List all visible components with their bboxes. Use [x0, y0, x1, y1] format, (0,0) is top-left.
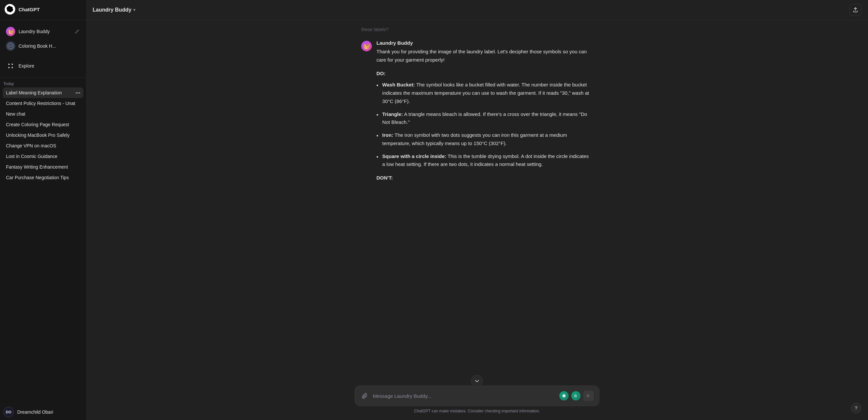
chat-item-change-vpn[interactable]: Change VPN on macOS	[3, 140, 83, 151]
intro-paragraph: Thank you for providing the image of the…	[376, 48, 593, 64]
svg-text:G: G	[574, 394, 577, 398]
ai-message-text: Thank you for providing the image of the…	[376, 48, 593, 182]
g-button[interactable]: G	[571, 391, 581, 400]
disclaimer-text: ChatGPT can make mistakes. Consider chec…	[414, 409, 540, 413]
main-content: Laundry Buddy ▾ these labels? 🧺 Laundry …	[86, 0, 868, 420]
ai-name: Laundry Buddy	[376, 40, 593, 46]
svg-point-2	[11, 64, 13, 65]
ai-message: 🧺 Laundry Buddy Thank you for providing …	[361, 40, 593, 186]
chat-item-label: Change VPN on macOS	[6, 143, 80, 148]
chat-list: Label Meaning Explanation Content Policy…	[0, 87, 86, 404]
sidebar-item-laundry-buddy[interactable]: 🧺 Laundry Buddy	[3, 24, 83, 39]
sidebar-item-explore[interactable]: Explore	[3, 59, 83, 73]
faded-top-text: these labels?	[361, 27, 593, 32]
do-item-1: • Wash Bucket: The symbol looks like a b…	[376, 81, 593, 105]
chat-title-text: Laundry Buddy	[93, 7, 131, 13]
scroll-down-button[interactable]	[471, 375, 483, 387]
ai-avatar: 🧺	[361, 41, 372, 51]
chat-item-content-policy[interactable]: Content Policy Restrictions - Unat	[3, 98, 83, 109]
sidebar: ChatGPT 🧺 Laundry Buddy Coloring Book H	[0, 0, 86, 420]
chat-item-label: Car Purchase Negotiation Tips	[6, 175, 80, 180]
chat-item-label: Fantasy Writing Enhancement	[6, 164, 80, 170]
do-item-3-text: Iron: The iron symbol with two dots sugg…	[382, 131, 593, 148]
ai-avatar-emoji: 🧺	[363, 43, 370, 49]
do-list: • Wash Bucket: The symbol looks like a b…	[376, 81, 593, 169]
user-avatar: DO	[3, 407, 14, 417]
chat-item-label: Label Meaning Explanation	[6, 90, 76, 95]
do-item-4: • Square with a circle inside: This is t…	[376, 152, 593, 169]
chatgpt-logo	[5, 4, 15, 15]
sidebar-header: ChatGPT	[0, 0, 86, 19]
dont-section-header: DON'T:	[376, 174, 593, 182]
user-name: Dreamchild Obari	[17, 410, 53, 415]
topbar-title[interactable]: Laundry Buddy ▾	[93, 7, 135, 13]
ai-message-body: Laundry Buddy Thank you for providing th…	[376, 40, 593, 186]
chat-item-lost-cosmic[interactable]: Lost in Cosmic Guidance	[3, 151, 83, 162]
sidebar-laundry-label: Laundry Buddy	[19, 29, 71, 34]
user-initials: DO	[6, 410, 11, 414]
chat-item-more[interactable]	[76, 92, 80, 93]
topbar: Laundry Buddy ▾	[86, 0, 868, 20]
svg-point-5	[562, 394, 566, 397]
sidebar-pinned-section: 🧺 Laundry Buddy Coloring Book H...	[0, 22, 86, 56]
sidebar-item-coloring-book[interactable]: Coloring Book H...	[3, 39, 83, 53]
do-item-2-text: Triangle: A triangle means bleach is all…	[382, 110, 593, 127]
share-button[interactable]	[849, 4, 861, 16]
user-footer[interactable]: DO Dreamchild Obari	[0, 404, 86, 420]
help-button[interactable]: ?	[851, 403, 861, 413]
chat-item-label: Content Policy Restrictions - Unat	[6, 101, 80, 106]
app-title: ChatGPT	[19, 7, 82, 12]
input-actions: G	[559, 391, 594, 401]
do-item-4-text: Square with a circle inside: This is the…	[382, 152, 593, 169]
coloring-book-avatar	[6, 41, 15, 51]
do-item-2: • Triangle: A triangle means bleach is a…	[376, 110, 593, 127]
attach-button[interactable]	[360, 391, 370, 400]
laundry-buddy-avatar: 🧺	[6, 27, 15, 36]
send-button[interactable]	[583, 391, 594, 401]
today-section-label: Today	[0, 79, 86, 87]
svg-point-4	[11, 67, 13, 68]
message-input[interactable]	[373, 393, 556, 399]
input-box: G	[354, 386, 599, 406]
chat-content: these labels? 🧺 Laundry Buddy Thank you …	[354, 27, 599, 193]
chat-item-new-chat[interactable]: New chat	[3, 109, 83, 119]
chat-item-label: New chat	[6, 111, 80, 117]
edit-icon[interactable]	[74, 28, 80, 34]
svg-point-3	[8, 67, 9, 68]
chat-item-label-meaning[interactable]: Label Meaning Explanation	[3, 87, 83, 98]
do-item-3: • Iron: The iron symbol with two dots su…	[376, 131, 593, 148]
chevron-down-icon: ▾	[133, 8, 135, 12]
input-area: G ChatGPT can make mistakes. Consider ch…	[86, 382, 868, 420]
chat-item-label: Unlocking MacBook Pro Safely	[6, 133, 80, 138]
do-item-1-text: Wash Bucket: The symbol looks like a buc…	[382, 81, 593, 105]
chat-item-label: Lost in Cosmic Guidance	[6, 154, 80, 159]
chat-item-car-purchase[interactable]: Car Purchase Negotiation Tips	[3, 172, 83, 183]
sidebar-explore-section: Explore	[0, 56, 86, 76]
chat-item-fantasy-writing[interactable]: Fantasy Writing Enhancement	[3, 162, 83, 172]
explore-label: Explore	[19, 63, 80, 68]
svg-point-1	[8, 64, 9, 65]
chat-item-unlocking-macbook[interactable]: Unlocking MacBook Pro Safely	[3, 130, 83, 140]
chat-item-create-coloring[interactable]: Create Coloring Page Request	[3, 119, 83, 130]
voice-button[interactable]	[559, 391, 569, 400]
chat-area: these labels? 🧺 Laundry Buddy Thank you …	[86, 20, 868, 382]
help-icon: ?	[855, 405, 858, 411]
explore-icon	[6, 61, 15, 71]
do-section-header: DO:	[376, 69, 593, 78]
chat-item-label: Create Coloring Page Request	[6, 122, 80, 127]
sidebar-coloring-label: Coloring Book H...	[19, 44, 80, 49]
